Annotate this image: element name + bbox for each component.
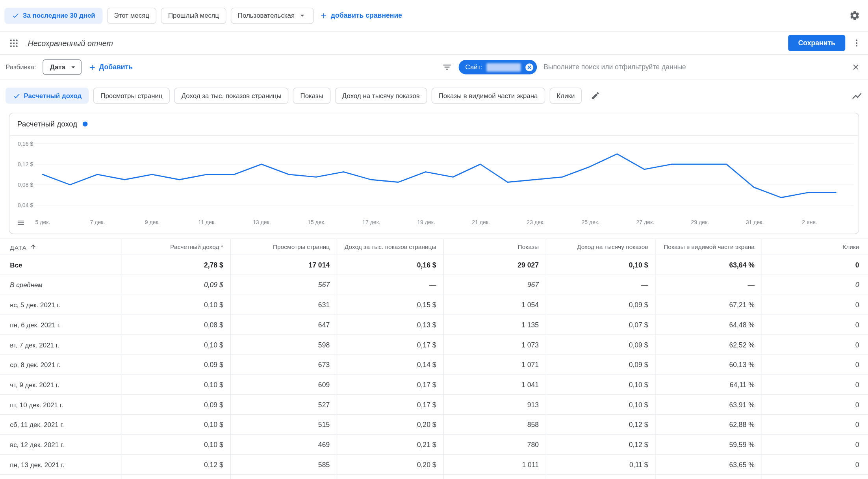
column-header-clicks[interactable]: Клики (762, 239, 868, 255)
site-filter-label: Сайт: (466, 63, 483, 71)
row-value-cell: — (337, 275, 443, 295)
site-filter-chip[interactable]: Сайт: (459, 60, 537, 74)
revenue-line (43, 154, 836, 198)
date-range-toolbar: За последние 30 днейЭтот месяцПрошлый ме… (0, 0, 868, 32)
row-value-cell: 0,13 $ (337, 315, 443, 335)
table-row: Все2,78 $17 0140,16 $29 0270,10 $63,64 %… (0, 255, 868, 275)
metric-chip[interactable]: Расчетный доход (6, 88, 89, 104)
x-axis-tick-label: 29 дек. (691, 219, 709, 225)
row-value-cell: 64,48 % (655, 315, 761, 335)
x-axis-tick-label: 17 дек. (362, 219, 380, 225)
column-header-viewability[interactable]: Показы в видимой части экрана (655, 239, 761, 255)
date-range-chip[interactable]: Пользовательская (230, 7, 314, 24)
check-icon (13, 92, 20, 100)
x-axis-tick-label: 25 дек. (581, 219, 599, 225)
row-value-cell: — (546, 275, 655, 295)
row-value-cell: 0,10 $ (121, 434, 230, 455)
chart-title: Расчетный доход (17, 120, 78, 128)
date-range-chip[interactable]: За последние 30 дней (4, 7, 102, 24)
row-value-cell: 0 (762, 395, 868, 415)
x-axis-tick-label: 9 дек. (145, 219, 160, 225)
date-range-chip[interactable]: Этот месяц (107, 7, 156, 24)
row-value-cell: 62,52 % (655, 335, 761, 355)
remove-filter-icon[interactable] (525, 62, 534, 72)
y-axis-tick-label: 0,04 $ (18, 202, 33, 208)
row-value-cell: 0,10 $ (546, 475, 655, 479)
row-value-cell: 0 (762, 295, 868, 315)
apps-grid-icon[interactable] (9, 38, 19, 48)
metric-chip[interactable]: Просмотры страниц (93, 88, 170, 104)
row-date-cell: вс, 12 дек. 2021 г. (0, 434, 121, 455)
add-breakdown-label: Добавить (99, 63, 133, 71)
metrics-bar: Расчетный доходПросмотры страницДоход за… (0, 80, 868, 108)
save-button[interactable]: Сохранить (788, 35, 845, 51)
metric-chip[interactable]: Доход за тыс. показов страницы (174, 88, 289, 104)
row-value-cell: 858 (443, 415, 546, 435)
row-value-cell: 527 (230, 395, 336, 415)
row-value-cell: 0,09 $ (121, 275, 230, 295)
chip-label: Расчетный доход (24, 92, 82, 100)
row-value-cell: 0,10 $ (546, 255, 655, 275)
table-row: ср, 8 дек. 2021 г.0,09 $6730,14 $1 0710,… (0, 355, 868, 375)
check-icon (12, 12, 20, 20)
metric-chip[interactable]: Показы в видимой части экрана (431, 88, 545, 104)
row-value-cell: 598 (230, 335, 336, 355)
date-range-chips: За последние 30 днейЭтот месяцПрошлый ме… (4, 7, 314, 24)
x-axis-tick-label: 2 янв. (802, 219, 817, 225)
row-value-cell: 0,10 $ (121, 375, 230, 395)
kebab-menu-icon[interactable] (852, 38, 861, 48)
edit-metrics-pencil-icon[interactable] (591, 91, 600, 100)
gear-icon[interactable] (849, 10, 860, 21)
chip-label: Доход за тыс. показов страницы (182, 92, 282, 100)
breakdown-dimension-value: Дата (50, 63, 65, 71)
x-axis-tick-label: 21 дек. (472, 219, 490, 225)
column-header-revenue[interactable]: Расчетный доход * (121, 239, 230, 255)
column-header-page-rpm[interactable]: Доход за тыс. показов страницы (337, 239, 443, 255)
date-range-chip[interactable]: Прошлый месяц (161, 7, 226, 24)
close-icon[interactable] (851, 63, 861, 72)
row-value-cell: 469 (230, 434, 336, 455)
x-axis-tick-label: 7 дек. (90, 219, 105, 225)
adsense-report-page: За последние 30 днейЭтот месяцПрошлый ме… (0, 0, 868, 479)
row-value-cell: 17 014 (230, 255, 336, 275)
row-value-cell: 0 (762, 415, 868, 435)
row-value-cell: 0 (762, 475, 868, 479)
x-axis-tick-label: 11 дек. (198, 219, 216, 225)
revenue-chart-canvas[interactable] (10, 136, 858, 232)
row-value-cell: 647 (230, 315, 336, 335)
add-breakdown-link[interactable]: Добавить (88, 63, 133, 71)
add-comparison-link[interactable]: добавить сравнение (320, 11, 402, 20)
metric-chip[interactable]: Доход на тысячу показов (335, 88, 427, 104)
table-row: вс, 12 дек. 2021 г.0,10 $4690,21 $7800,1… (0, 434, 868, 455)
metric-chip[interactable]: Клики (549, 88, 582, 104)
row-date-cell: сб, 11 дек. 2021 г. (0, 415, 121, 435)
column-header-pageviews[interactable]: Просмотры страниц (230, 239, 336, 255)
column-header-impressions[interactable]: Показы (443, 239, 546, 255)
series-legend-dot (83, 121, 88, 126)
column-header-impression-rpm[interactable]: Доход на тысячу показов (546, 239, 655, 255)
row-value-cell: 609 (230, 375, 336, 395)
chart-table-toggle-icon[interactable] (17, 219, 25, 227)
row-date-cell: пт, 10 дек. 2021 г. (0, 395, 121, 415)
row-value-cell: 64,11 % (655, 375, 761, 395)
report-title: Несохраненный отчет (28, 39, 113, 48)
row-value-cell: 60,13 % (655, 355, 761, 375)
column-header-date[interactable]: ДАТА (0, 239, 121, 255)
row-value-cell: 0,12 $ (121, 455, 230, 475)
breakdown-dimension-select[interactable]: Дата (43, 59, 81, 75)
row-value-cell: 58,24 % (655, 475, 761, 479)
chart-type-toggle-icon[interactable] (851, 90, 862, 101)
row-value-cell: 0 (762, 275, 868, 295)
breakdown-label: Разбивка: (6, 63, 36, 71)
row-value-cell: 0,10 $ (546, 395, 655, 415)
row-value-cell: 0,17 $ (337, 375, 443, 395)
row-value-cell: 567 (230, 275, 336, 295)
table-row: пн, 13 дек. 2021 г.0,12 $5850,20 $1 0110… (0, 455, 868, 475)
row-value-cell: 913 (443, 395, 546, 415)
table-row: пн, 6 дек. 2021 г.0,08 $6470,13 $1 1350,… (0, 315, 868, 335)
table-row: вт, 7 дек. 2021 г.0,10 $5980,17 $1 0730,… (0, 335, 868, 355)
row-value-cell: 0 (762, 315, 868, 335)
filter-search-area[interactable]: Сайт: Выполните поиск или отфильтруйте д… (442, 55, 686, 79)
row-date-cell: В среднем (0, 275, 121, 295)
metric-chip[interactable]: Показы (293, 88, 330, 104)
